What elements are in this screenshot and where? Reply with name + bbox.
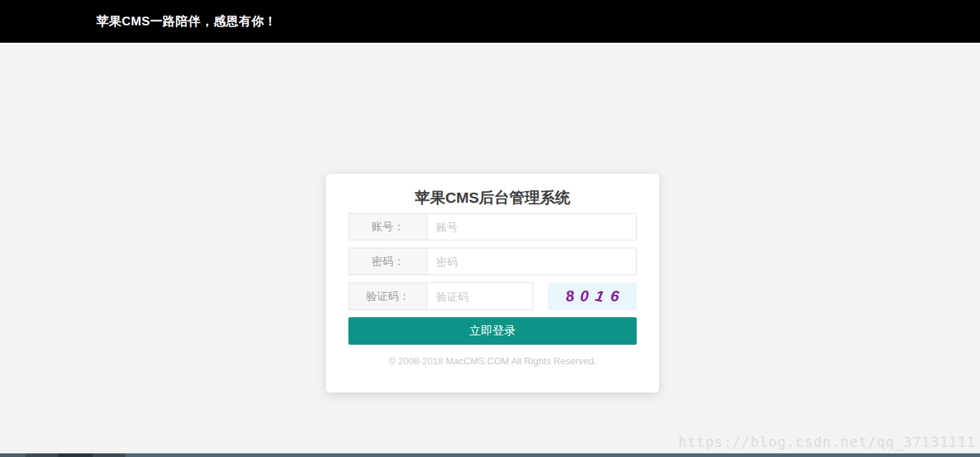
- taskbar-edge: [0, 453, 980, 457]
- captcha-image[interactable]: 8016: [548, 282, 637, 310]
- taskbar-segment: [93, 453, 125, 457]
- copyright-text: © 2008-2018 MacCMS.COM All Rights Reserv…: [348, 356, 637, 366]
- taskbar-segment: [25, 453, 58, 457]
- csdn-watermark: https://blog.csdn.net/qq_37131111: [679, 434, 976, 450]
- password-input[interactable]: [427, 248, 637, 275]
- login-button[interactable]: 立即登录: [348, 317, 637, 345]
- captcha-row: 验证码： 8016: [348, 282, 637, 310]
- banner-message: 苹果CMS一路陪伴，感恩有你！: [96, 13, 277, 30]
- taskbar-segment: [58, 453, 93, 457]
- taskbar-segment: [0, 453, 25, 457]
- top-banner: 苹果CMS一路陪伴，感恩有你！: [0, 0, 980, 43]
- captcha-label: 验证码：: [348, 282, 427, 310]
- login-title: 苹果CMS后台管理系统: [348, 174, 637, 213]
- account-label: 账号：: [348, 213, 427, 240]
- password-label: 密码：: [348, 248, 427, 275]
- captcha-input[interactable]: [427, 282, 533, 310]
- password-row: 密码：: [348, 248, 637, 275]
- account-row: 账号：: [348, 213, 637, 240]
- account-input[interactable]: [427, 213, 637, 240]
- login-card: 苹果CMS后台管理系统 账号： 密码： 验证码： 8016 立即登录 © 200…: [326, 174, 659, 393]
